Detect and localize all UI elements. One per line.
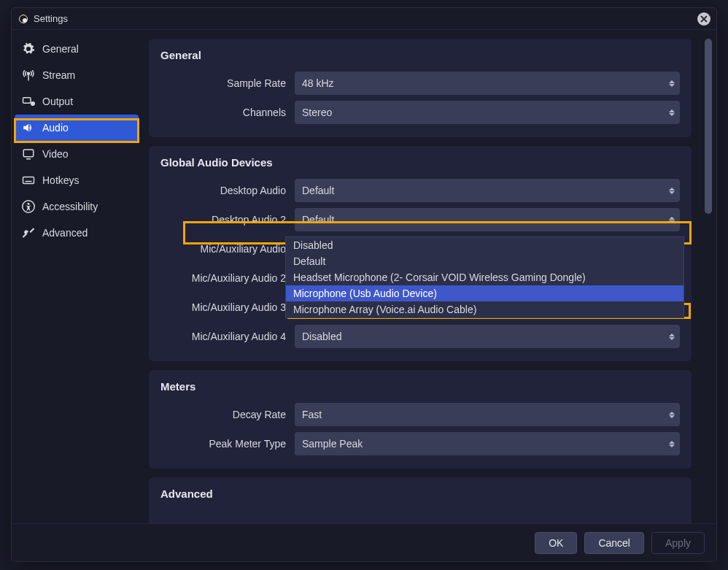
select-decay-rate[interactable]: Fast — [295, 403, 680, 426]
section-title: Global Audio Devices — [160, 156, 680, 169]
antenna-icon — [22, 69, 35, 82]
row-peak-meter: Peak Meter Type Sample Peak — [160, 432, 680, 455]
spinner-icon — [667, 182, 677, 199]
accessibility-icon — [22, 200, 35, 213]
monitor-icon — [22, 147, 35, 161]
svg-point-2 — [23, 18, 27, 23]
dropdown-option[interactable]: Microphone Array (Voice.ai Audio Cable) — [286, 301, 684, 317]
dialog-footer: OK Cancel Apply — [12, 523, 716, 561]
sidebar-item-advanced[interactable]: Advanced — [15, 220, 139, 246]
label-peak-meter: Peak Meter Type — [160, 438, 286, 450]
sidebar-item-output[interactable]: Output — [15, 88, 139, 115]
button-label: Apply — [665, 537, 691, 549]
select-value: 48 kHz — [302, 77, 334, 89]
label-mic-aux-4: Mic/Auxiliary Audio 4 — [160, 331, 286, 342]
row-desktop-audio-2: Desktop Audio 2 Default — [160, 208, 680, 231]
select-value: Disabled — [302, 331, 341, 342]
label-mic-aux-2: Mic/Auxiliary Audio 2 — [160, 272, 286, 284]
output-icon — [22, 95, 35, 108]
dropdown-option[interactable]: Headset Microphone (2- Corsair VOID Wire… — [286, 269, 684, 285]
select-mic-aux-4[interactable]: Disabled — [295, 325, 680, 348]
select-peak-meter[interactable]: Sample Peak — [295, 432, 680, 455]
select-value: Stereo — [302, 107, 332, 118]
spinner-icon — [667, 328, 677, 345]
cancel-button[interactable]: Cancel — [584, 532, 644, 554]
label-desktop-audio: Desktop Audio — [160, 185, 286, 196]
mic-aux-dropdown[interactable]: DisabledDefaultHeadset Microphone (2- Co… — [285, 236, 684, 318]
section-general: General Sample Rate 48 kHz Channels Ster… — [149, 39, 692, 137]
dropdown-option[interactable]: Disabled — [286, 237, 684, 253]
apply-button[interactable]: Apply — [651, 532, 705, 554]
main-panel: General Sample Rate 48 kHz Channels Ster… — [140, 30, 716, 523]
sidebar-item-label: Accessibility — [42, 201, 98, 212]
button-label: Cancel — [598, 537, 630, 549]
sidebar-item-audio[interactable]: Audio — [15, 115, 139, 141]
svg-rect-7 — [23, 177, 34, 184]
svg-point-3 — [28, 72, 30, 74]
spinner-icon — [667, 104, 677, 121]
sidebar-item-video[interactable]: Video — [15, 141, 139, 167]
scrollbar[interactable] — [705, 39, 712, 515]
sidebar-item-label: Stream — [42, 69, 75, 81]
section-meters: Meters Decay Rate Fast Peak Meter Type S… — [149, 370, 692, 469]
section-title: Meters — [160, 380, 680, 393]
dropdown-option[interactable]: Default — [286, 253, 684, 269]
sidebar-item-label: Audio — [42, 122, 69, 134]
keyboard-icon — [22, 174, 35, 187]
sidebar-item-hotkeys[interactable]: Hotkeys — [15, 167, 139, 193]
ok-button[interactable]: OK — [535, 532, 577, 554]
close-button[interactable] — [697, 12, 710, 26]
select-value: Default — [302, 214, 334, 226]
label-mic-aux-3: Mic/Auxiliary Audio 3 — [160, 301, 286, 313]
select-channels[interactable]: Stereo — [295, 101, 680, 124]
svg-point-9 — [28, 203, 30, 205]
gear-icon — [22, 42, 35, 55]
scrollbar-thumb[interactable] — [705, 39, 712, 214]
svg-point-5 — [31, 102, 35, 106]
select-value: Fast — [302, 409, 322, 420]
speaker-icon — [22, 121, 35, 134]
spinner-icon — [667, 406, 677, 423]
row-desktop-audio: Desktop Audio Default — [160, 179, 680, 202]
select-desktop-audio[interactable]: Default — [295, 179, 680, 202]
section-title: Advanced — [160, 488, 680, 500]
select-sample-rate[interactable]: 48 kHz — [295, 72, 680, 95]
dialog-body: General Stream Output Audio Video Hotkey… — [12, 30, 716, 523]
sidebar-item-label: Output — [42, 96, 73, 107]
label-decay-rate: Decay Rate — [160, 409, 286, 420]
label-sample-rate: Sample Rate — [160, 77, 286, 89]
row-sample-rate: Sample Rate 48 kHz — [160, 72, 680, 95]
select-desktop-audio-2[interactable]: Default — [295, 208, 680, 231]
row-channels: Channels Stereo — [160, 101, 680, 124]
section-title: General — [160, 49, 680, 61]
sidebar-item-label: Hotkeys — [42, 174, 80, 186]
window-title: Settings — [34, 13, 68, 24]
tools-icon — [22, 226, 35, 239]
select-value: Default — [302, 185, 334, 196]
label-desktop-audio-2: Desktop Audio 2 — [160, 214, 286, 226]
spinner-icon — [667, 211, 677, 228]
dropdown-option[interactable]: Microphone (Usb Audio Device) — [286, 285, 684, 301]
svg-rect-6 — [23, 150, 34, 157]
svg-rect-4 — [23, 98, 31, 104]
row-mic-aux-4: Mic/Auxiliary Audio 4 Disabled — [160, 325, 680, 348]
sidebar-item-label: Advanced — [42, 227, 88, 239]
settings-window: Settings General Stream Output Audio — [11, 7, 717, 562]
sidebar-item-stream[interactable]: Stream — [15, 62, 139, 88]
app-icon — [18, 13, 29, 25]
sidebar-item-label: Video — [42, 148, 69, 160]
button-label: OK — [549, 537, 563, 549]
sidebar-item-general[interactable]: General — [15, 36, 139, 62]
titlebar: Settings — [12, 8, 716, 30]
sidebar-item-label: General — [42, 43, 79, 55]
label-mic-aux: Mic/Auxiliary Audio — [160, 243, 286, 255]
spinner-icon — [667, 74, 677, 92]
label-channels: Channels — [160, 107, 286, 118]
sidebar: General Stream Output Audio Video Hotkey… — [12, 30, 140, 523]
spinner-icon — [667, 435, 677, 452]
sidebar-item-accessibility[interactable]: Accessibility — [15, 193, 139, 220]
select-value: Sample Peak — [302, 438, 363, 450]
row-decay-rate: Decay Rate Fast — [160, 403, 680, 426]
section-advanced: Advanced — [149, 477, 692, 523]
